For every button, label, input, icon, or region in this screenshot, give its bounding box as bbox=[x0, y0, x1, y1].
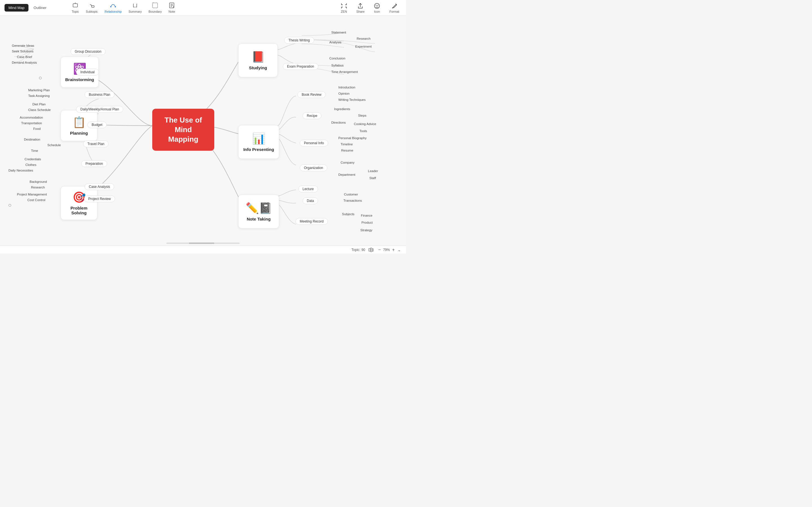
branch-thesis-writing[interactable]: Thesis Writing bbox=[284, 37, 314, 44]
svg-rect-11 bbox=[369, 248, 370, 251]
canvas[interactable]: The Use of Mind Mapping ⚛️ Brainstorming… bbox=[0, 16, 406, 245]
subtopic-icon bbox=[89, 2, 95, 9]
leaf-strategy[interactable]: Strategy bbox=[360, 228, 372, 232]
branch-case-analysis[interactable]: Case Analysis bbox=[85, 183, 114, 190]
leaf-timeline[interactable]: Timeline bbox=[341, 143, 353, 146]
branch-group-discussion[interactable]: Group Discussion bbox=[70, 48, 106, 55]
leaf-research-st[interactable]: Research bbox=[357, 37, 370, 40]
tab-outliner[interactable]: Outliner bbox=[30, 4, 50, 11]
zoom-expand-button[interactable]: ⌄ bbox=[397, 247, 402, 252]
leaf-generate-ideas[interactable]: Generate Ideas bbox=[12, 44, 34, 47]
leaf-product[interactable]: Product bbox=[361, 221, 373, 224]
leaf-resume[interactable]: Resume bbox=[341, 149, 353, 152]
tool-boundary[interactable]: Boundary bbox=[149, 2, 162, 13]
tool-summary[interactable]: Summary bbox=[129, 2, 142, 13]
leaf-time-arrangement[interactable]: Time Arrangement bbox=[331, 70, 358, 73]
branch-business-plan[interactable]: Business Plan bbox=[85, 91, 114, 98]
leaf-analysis[interactable]: Analysis bbox=[329, 41, 342, 44]
leaf-diet-plan[interactable]: Diet Plan bbox=[33, 103, 46, 106]
leaf-credentials[interactable]: Credentials bbox=[24, 158, 41, 161]
tool-note[interactable]: Note bbox=[168, 2, 175, 13]
leaf-task-assigning[interactable]: Task Assigning bbox=[28, 94, 50, 98]
branch-recipe[interactable]: Recipe bbox=[303, 112, 321, 119]
leaf-introduction[interactable]: Introduction bbox=[338, 86, 355, 89]
tool-icon[interactable]: Icon bbox=[373, 3, 380, 13]
leaf-case-brief[interactable]: Case Brief bbox=[17, 55, 32, 59]
leaf-transportation[interactable]: Transportation bbox=[21, 121, 42, 125]
leaf-subjects[interactable]: Subjects bbox=[342, 212, 354, 216]
leaf-leader[interactable]: Leader bbox=[368, 169, 378, 173]
branch-project-review[interactable]: Project Review bbox=[84, 195, 115, 202]
scrollbar-thumb[interactable] bbox=[189, 242, 214, 244]
leaf-accommodation[interactable]: Accommodation bbox=[20, 116, 43, 119]
info-presenting-label: Info Presenting bbox=[243, 147, 274, 152]
leaf-department[interactable]: Department bbox=[338, 173, 355, 176]
tool-share[interactable]: Share bbox=[356, 3, 364, 13]
leaf-syllabus[interactable]: Syllabus bbox=[331, 64, 343, 67]
zoom-out-button[interactable]: − bbox=[377, 247, 382, 252]
leaf-customer[interactable]: Customer bbox=[344, 193, 358, 196]
leaf-schedule[interactable]: Schedule bbox=[47, 144, 61, 147]
branch-daily-plan[interactable]: Daily/Weekly/Annual Plan bbox=[76, 106, 123, 113]
branch-book-review[interactable]: Book Review bbox=[297, 91, 326, 98]
branch-budget[interactable]: Budget bbox=[87, 121, 107, 128]
branch-individual[interactable]: Individual bbox=[76, 69, 99, 75]
leaf-statement[interactable]: Statement bbox=[331, 31, 346, 34]
branch-personal-info[interactable]: Personal Info bbox=[300, 140, 328, 147]
leaf-marketing-plan[interactable]: Marketing Plan bbox=[28, 89, 50, 92]
topic-note-taking[interactable]: ✏️📓 Note Taking bbox=[238, 194, 279, 228]
leaf-food[interactable]: Food bbox=[33, 127, 41, 130]
leaf-conclusion[interactable]: Conclusion bbox=[329, 57, 345, 60]
leaf-project-management[interactable]: Project Management bbox=[17, 193, 47, 196]
leaf-ingredients[interactable]: Ingredients bbox=[334, 107, 350, 111]
leaf-time[interactable]: Time bbox=[31, 149, 38, 152]
leaf-experiment[interactable]: Experiment bbox=[355, 45, 371, 48]
leaf-daily-necessities[interactable]: Daily Necessities bbox=[8, 169, 33, 172]
branch-exam-prep[interactable]: Exam Preparation bbox=[283, 63, 318, 70]
leaf-seek-solutions[interactable]: Seek Solutions bbox=[12, 50, 34, 53]
leaf-staff[interactable]: Staff bbox=[369, 176, 376, 180]
leaf-opinion[interactable]: Opinion bbox=[338, 92, 350, 95]
leaf-company[interactable]: Company bbox=[341, 161, 354, 164]
leaf-tools[interactable]: Tools bbox=[359, 129, 367, 133]
leaf-research-ps[interactable]: Research bbox=[31, 186, 45, 189]
branch-preparation[interactable]: Preparation bbox=[81, 160, 107, 167]
branch-data[interactable]: Data bbox=[303, 198, 318, 204]
leaf-writing-techniques[interactable]: Writing Techniques bbox=[338, 98, 366, 101]
leaf-demand-analysis[interactable]: Demand Analysis bbox=[12, 61, 37, 64]
leaf-background[interactable]: Background bbox=[30, 180, 47, 183]
topic-studying[interactable]: 📕 Studying bbox=[238, 43, 278, 77]
tool-relationship[interactable]: Relationship bbox=[105, 2, 122, 13]
topic-info-presenting[interactable]: 📊 Info Presenting bbox=[238, 125, 279, 159]
collapse-indicator-left[interactable] bbox=[39, 76, 42, 79]
branch-travel-plan[interactable]: Travel Plan bbox=[83, 140, 109, 147]
info-presenting-icon: 📊 bbox=[252, 132, 265, 145]
leaf-personal-biography[interactable]: Personal Biography bbox=[338, 136, 366, 140]
tab-mindmap[interactable]: Mind Map bbox=[4, 4, 29, 11]
leaf-directions[interactable]: Directions bbox=[331, 121, 346, 124]
leaf-clothes[interactable]: Clothes bbox=[26, 163, 36, 166]
leaf-cooking-advice[interactable]: Cooking Advice bbox=[354, 122, 376, 126]
boundary-icon bbox=[152, 2, 158, 9]
branch-lecture[interactable]: Lecture bbox=[298, 186, 318, 192]
note-icon bbox=[168, 2, 175, 9]
leaf-destination[interactable]: Destination bbox=[24, 138, 40, 141]
map-icon-item[interactable] bbox=[368, 247, 373, 252]
branch-organization[interactable]: Organization bbox=[300, 165, 327, 171]
collapse-indicator-bottom[interactable] bbox=[8, 204, 11, 207]
leaf-finance[interactable]: Finance bbox=[361, 214, 372, 217]
toolbar-tabs: Mind Map Outliner bbox=[0, 4, 55, 11]
branch-meeting-record[interactable]: Meeting Record bbox=[296, 218, 328, 225]
zoom-in-button[interactable]: + bbox=[391, 247, 396, 252]
leaf-cost-control[interactable]: Cost Control bbox=[28, 198, 45, 202]
tool-format[interactable]: Format bbox=[389, 3, 399, 13]
tool-zen[interactable]: ZEN bbox=[341, 3, 347, 13]
horizontal-scrollbar[interactable] bbox=[166, 242, 240, 244]
topic-problem-solving[interactable]: 🎯 Problem Solving bbox=[61, 186, 97, 220]
center-node[interactable]: The Use of Mind Mapping bbox=[152, 109, 214, 151]
tool-topic[interactable]: Topic bbox=[72, 2, 79, 13]
leaf-transactions[interactable]: Transactions bbox=[343, 199, 362, 202]
leaf-class-schedule[interactable]: Class Schedule bbox=[28, 108, 51, 112]
tool-subtopic[interactable]: Subtopic bbox=[86, 2, 98, 13]
leaf-steps[interactable]: Steps bbox=[358, 114, 366, 117]
